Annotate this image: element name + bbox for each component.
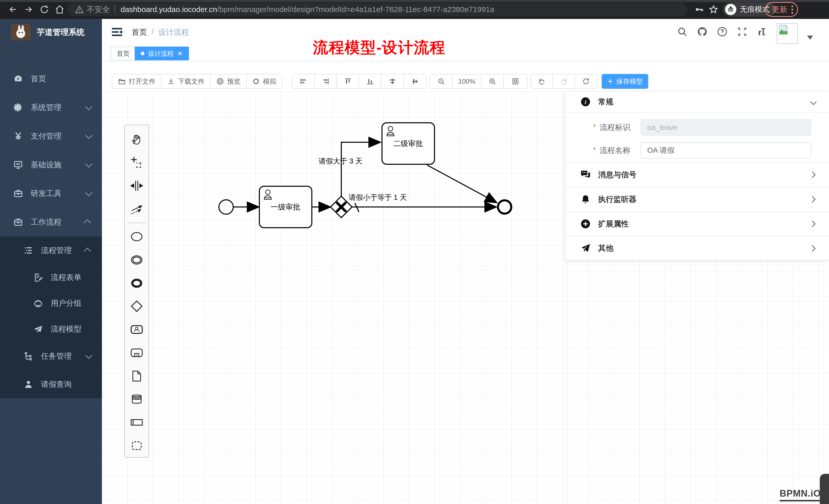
flow-task2-to-end[interactable] <box>427 165 496 202</box>
global-connect-tool[interactable] <box>125 197 148 221</box>
font-size-icon[interactable] <box>757 26 767 37</box>
address-bar[interactable]: 不安全 dashboard.yudao.iocoder.cn/bpm/manag… <box>67 3 687 16</box>
app-logo[interactable]: 芋道管理系统 <box>0 19 102 45</box>
user-task-level1[interactable]: 一级审批 <box>259 186 312 228</box>
section-label: 消息与信号 <box>598 169 637 180</box>
align-left-button[interactable] <box>292 74 315 88</box>
create-gateway[interactable] <box>125 295 148 318</box>
sidebar-item-label: 基础设施 <box>31 160 62 170</box>
github-icon[interactable] <box>697 26 708 37</box>
svg-text:i: i <box>585 99 586 105</box>
create-data-object[interactable] <box>125 364 148 388</box>
flow-gateway-to-task2[interactable] <box>341 142 380 196</box>
preview-button[interactable]: 预览 <box>211 74 247 88</box>
bpmn-io-logo[interactable]: BPMN.iO <box>780 488 821 501</box>
browser-toolbar: 不安全 dashboard.yudao.iocoder.cn/bpm/manag… <box>0 0 829 19</box>
download-file-button[interactable]: 下载文件 <box>161 74 211 88</box>
help-icon[interactable] <box>717 26 728 37</box>
align-top-button[interactable] <box>337 74 359 88</box>
create-end-event[interactable] <box>125 271 148 295</box>
flow-label-gt3[interactable]: 请假大于 3 天 <box>319 157 362 165</box>
workflow-submenu: 流程管理 流程表单 用户分组 流程模型 任务管理 <box>0 236 102 398</box>
sidebar-item-workflow[interactable]: 工作流程 <box>0 208 102 236</box>
user-avatar[interactable] <box>777 23 798 44</box>
user-task-level2[interactable]: 二级审批 <box>382 123 434 164</box>
sidebar-item-pay[interactable]: 支付管理 <box>0 122 102 150</box>
breadcrumb-home[interactable]: 首页 <box>132 27 147 38</box>
corner-widget[interactable] <box>820 474 829 504</box>
section-extended-attrs[interactable]: 扩展属性 <box>566 211 829 236</box>
sidebar-item-process-form[interactable]: 流程表单 <box>0 265 102 290</box>
section-message-signal[interactable]: 消息与信号 <box>566 162 829 187</box>
sidebar-item-user-group[interactable]: 用户分组 <box>0 290 102 316</box>
restart-button[interactable] <box>575 74 597 88</box>
align-right-button[interactable] <box>315 74 337 88</box>
open-file-button[interactable]: 打开文件 <box>112 74 161 88</box>
browser-back-icon[interactable] <box>7 3 20 16</box>
update-label: 更新 <box>772 4 787 15</box>
sidebar-item-devtools[interactable]: 研发工具 <box>0 179 102 208</box>
password-key-icon[interactable] <box>693 3 706 16</box>
sidebar-item-infra[interactable]: 基础设施 <box>0 150 102 179</box>
redo-button[interactable] <box>553 74 575 88</box>
lasso-tool[interactable] <box>125 151 148 174</box>
hand-tool[interactable] <box>125 128 148 151</box>
sidebar-item-leave-query[interactable]: 请假查询 <box>0 370 102 398</box>
sidebar-item-home[interactable]: 首页 <box>0 65 102 93</box>
browser-forward-icon[interactable] <box>22 3 35 16</box>
start-event[interactable] <box>219 200 233 214</box>
zoom-out-icon <box>437 78 445 85</box>
sidebar-item-label: 流程管理 <box>41 245 72 256</box>
avatar-caret-icon[interactable] <box>807 36 813 40</box>
process-name-input[interactable] <box>641 142 811 159</box>
browser-menu-kebab-icon[interactable] <box>791 5 793 14</box>
designer-content: 打开文件 下载文件 预览 模拟 <box>102 62 829 504</box>
create-start-event[interactable] <box>125 225 148 248</box>
process-key-input[interactable] <box>641 119 811 135</box>
create-subprocess[interactable] <box>125 341 148 364</box>
sidebar-item-system[interactable]: 系统管理 <box>0 93 102 122</box>
sidebar-item-process-mgmt[interactable]: 流程管理 <box>0 236 102 265</box>
browser-home-icon[interactable] <box>53 3 66 16</box>
tab-design-process[interactable]: 设计流程 <box>135 46 189 61</box>
zoom-reset-button[interactable] <box>504 74 527 88</box>
zoom-out-button[interactable] <box>430 74 453 88</box>
section-general[interactable]: i 常规 <box>566 91 829 112</box>
section-execution-listener[interactable]: 执行监听器 <box>566 187 829 211</box>
align-vcenter-button[interactable] <box>382 74 404 88</box>
space-tool[interactable] <box>125 174 148 197</box>
person-icon <box>24 379 33 389</box>
create-intermediate-event[interactable] <box>125 248 148 272</box>
zoom-level: 100% <box>453 74 481 88</box>
sidebar-collapse-icon[interactable] <box>111 26 123 38</box>
search-icon[interactable] <box>677 26 688 37</box>
zoom-in-button[interactable] <box>481 74 504 88</box>
folder-icon <box>118 78 126 85</box>
save-model-button[interactable]: 保存模型 <box>602 74 648 89</box>
simulate-button[interactable]: 模拟 <box>247 74 282 88</box>
create-participant[interactable] <box>125 411 148 434</box>
end-event[interactable] <box>498 200 511 214</box>
flow-label-le1[interactable]: 请假小于等于 1 天 <box>349 193 407 201</box>
close-icon[interactable] <box>177 51 183 56</box>
create-user-task[interactable] <box>125 318 148 341</box>
fullscreen-icon[interactable] <box>737 26 748 37</box>
document-edit-icon <box>33 273 43 282</box>
create-group[interactable] <box>125 434 148 457</box>
align-left-icon <box>299 78 307 85</box>
simulate-label: 模拟 <box>263 77 276 86</box>
undo-button[interactable] <box>531 74 553 88</box>
briefcase-icon <box>13 189 23 198</box>
browser-reload-icon[interactable] <box>38 3 51 16</box>
browser-update-button[interactable]: 更新 <box>765 2 798 17</box>
sidebar-item-task-mgmt[interactable]: 任务管理 <box>0 342 102 370</box>
chevron-right-icon <box>809 171 816 178</box>
sidebar-item-process-model[interactable]: 流程模型 <box>0 316 102 342</box>
section-other[interactable]: 其他 <box>566 236 829 261</box>
intermediate-event-icon <box>130 253 143 267</box>
create-data-store[interactable] <box>125 388 148 411</box>
align-bottom-button[interactable] <box>359 74 382 88</box>
bookmark-star-icon[interactable] <box>707 3 720 16</box>
align-hcenter-button[interactable] <box>404 74 426 88</box>
tab-home[interactable]: 首页 <box>111 46 136 61</box>
